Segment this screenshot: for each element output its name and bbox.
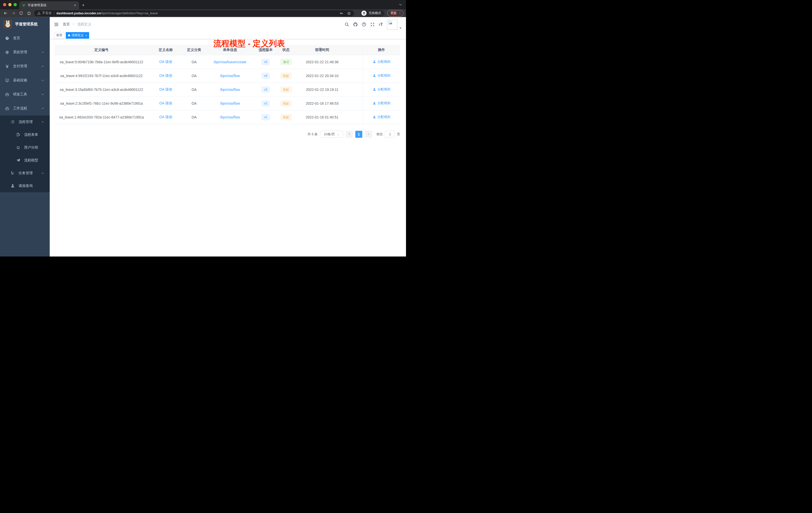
select-chevron-down-icon — [337, 133, 340, 135]
tag-item[interactable]: 首页 — [54, 32, 64, 39]
sidebar-item-home[interactable]: 首页 — [0, 31, 50, 45]
user-icon — [10, 184, 15, 188]
cell-actions: 分配规则 — [362, 69, 400, 83]
user-solid-icon — [373, 115, 376, 119]
tag-label: 流程定义 — [71, 33, 84, 37]
form-link[interactable]: /bpm/oa/flow — [220, 115, 240, 119]
form-link[interactable]: /bpm/oa/leave/create — [214, 60, 246, 64]
sidebar-item-label: 用户分组 — [24, 145, 38, 150]
column-header-spacer — [348, 45, 362, 55]
cell-form-info: /bpm/oa/flow — [205, 83, 255, 96]
reload-icon[interactable] — [19, 11, 23, 15]
bookmark-star-icon[interactable] — [347, 11, 351, 15]
column-header-8: 操作 — [362, 45, 400, 55]
help-icon[interactable] — [361, 22, 366, 27]
form-link[interactable]: /bpm/oa/flow — [220, 101, 240, 105]
sidebar-item-label: 基础设施 — [13, 78, 27, 83]
form-link[interactable]: /bpm/oa/flow — [220, 88, 240, 92]
chrome-menu-icon[interactable] — [398, 11, 402, 15]
cell-version: v4 — [255, 69, 276, 83]
sidebar-item-label: 任务管理 — [19, 171, 33, 175]
list-icon — [10, 120, 15, 124]
url-bar[interactable]: 不安全 dashboard.yudao.iocoder.cn/bpm/manag… — [34, 10, 354, 16]
sidebar-item-system[interactable]: 系统管理 — [0, 45, 50, 59]
assign-rule-button[interactable]: 分配规则 — [373, 59, 390, 64]
pagination-total: 共 5 条 — [308, 132, 318, 137]
cell-definition-name: OA 请假 — [148, 110, 183, 124]
definition-name-link[interactable]: OA 请假 — [159, 73, 172, 78]
definition-name-link[interactable]: OA 请假 — [159, 60, 172, 64]
update-label: 更新 — [390, 11, 397, 15]
fullscreen-icon[interactable] — [370, 22, 375, 27]
cell-deploy-time: 2022-01-22 19:19:11 — [296, 83, 348, 96]
column-header-2: 定义分类 — [183, 45, 205, 55]
sidebar-item-process-form[interactable]: 流程表单 — [0, 128, 50, 141]
window-close-button[interactable] — [3, 3, 6, 6]
sidebar-item-payment[interactable]: 支付管理 — [0, 59, 50, 73]
search-icon[interactable] — [345, 22, 349, 27]
breadcrumb-home[interactable]: 首页 — [63, 22, 70, 26]
cell-actions: 分配规则 — [362, 55, 400, 69]
table-row: oa_leave:3:1fad3d93-7b75-11ec-a3c8-acde4… — [55, 83, 400, 96]
tab-search-chevron-icon[interactable] — [399, 2, 403, 6]
cell-definition-name: OA 请假 — [148, 96, 183, 110]
sidebar-item-infra[interactable]: 基础设施 — [0, 73, 50, 87]
back-icon[interactable] — [3, 11, 8, 15]
app-title: 芋道管理系统 — [15, 22, 38, 27]
goto-page: 前往 1 页 — [376, 131, 400, 138]
sidebar-collapse-icon[interactable] — [54, 22, 59, 27]
cell-deploy-time: 2022-01-22 21:48:38 — [296, 55, 348, 69]
next-page-button[interactable] — [365, 131, 372, 138]
forward-icon[interactable] — [11, 11, 16, 15]
assign-rule-button[interactable]: 分配规则 — [373, 73, 390, 78]
sidebar-item-process-mgmt[interactable]: 流程管理 — [0, 116, 50, 128]
window-minimize-button[interactable] — [8, 3, 11, 6]
font-size-icon[interactable]: TT — [379, 22, 383, 27]
breadcrumb-current: 流程定义 — [77, 22, 91, 26]
page-size-value: 10条/页 — [324, 132, 335, 137]
page-number-button[interactable]: 1 — [355, 131, 362, 138]
sidebar-item-process-model[interactable]: 流程模型 — [0, 154, 50, 167]
security-warning-label[interactable]: 不安全 — [42, 11, 52, 15]
tag-active[interactable]: 流程定义× — [66, 32, 89, 39]
password-key-icon[interactable] — [340, 11, 344, 15]
sidebar-item-workflow[interactable]: 工作流程 — [0, 101, 50, 116]
chrome-update-button[interactable]: 更新 — [387, 10, 404, 17]
assign-rule-button[interactable]: 分配规则 — [373, 87, 390, 92]
cell-category: OA — [183, 110, 205, 124]
browser-tab[interactable]: 芋道管理系统 × — [19, 1, 79, 9]
window-zoom-button[interactable] — [13, 3, 17, 6]
cell-category: OA — [183, 69, 205, 83]
navbar-actions: TT — [341, 19, 406, 30]
github-icon[interactable] — [353, 22, 358, 27]
sidebar-logo[interactable]: 芋道管理系统 — [0, 17, 50, 31]
page-size-select[interactable]: 10条/页 — [320, 131, 343, 138]
sidebar-item-task-mgmt[interactable]: 任务管理 — [0, 167, 50, 179]
definition-name-link[interactable]: OA 请假 — [159, 101, 172, 105]
assign-rule-button[interactable]: 分配规则 — [373, 101, 390, 105]
user-avatar[interactable] — [387, 19, 398, 30]
tag-close-icon[interactable]: × — [85, 34, 87, 37]
home-icon[interactable] — [27, 11, 31, 15]
avatar-caret-down-icon[interactable] — [399, 26, 402, 29]
assign-rule-label: 分配规则 — [377, 101, 390, 105]
tab-close-icon[interactable]: × — [74, 3, 77, 7]
new-tab-button[interactable]: + — [82, 2, 85, 8]
cell-status: 挂起 — [276, 83, 296, 96]
tag-label: 首页 — [56, 33, 62, 37]
user-solid-icon — [373, 101, 376, 105]
sidebar-item-leave-query[interactable]: 请假查询 — [0, 179, 50, 192]
cell-spacer — [348, 96, 362, 110]
url-divider — [54, 11, 54, 15]
column-header-6: 部署时间 — [296, 45, 348, 55]
definition-name-link[interactable]: OA 请假 — [159, 115, 172, 119]
prev-page-button[interactable] — [346, 131, 353, 138]
definition-name-link[interactable]: OA 请假 — [159, 87, 172, 91]
cell-status: 挂起 — [276, 96, 296, 110]
sidebar-item-dev-tools[interactable]: 研发工具 — [0, 87, 50, 101]
assign-rule-button[interactable]: 分配规则 — [373, 115, 390, 119]
sidebar-item-user-group[interactable]: 用户分组 — [0, 141, 50, 154]
dashboard-icon — [5, 36, 9, 40]
goto-page-input[interactable]: 1 — [385, 131, 395, 138]
form-link[interactable]: /bpm/oa/flow — [220, 74, 240, 78]
